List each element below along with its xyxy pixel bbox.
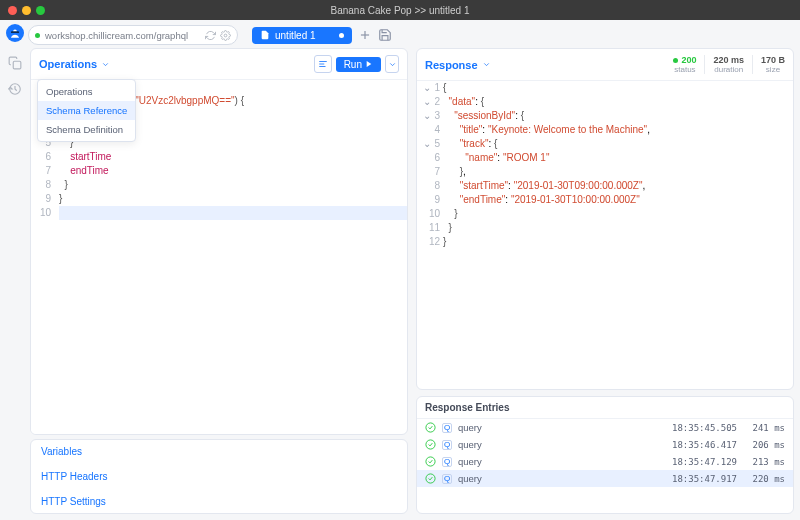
tab-http-headers[interactable]: HTTP Headers: [41, 471, 397, 482]
response-panel: Response 200status220 msduration170 Bsiz…: [416, 48, 794, 390]
endpoint-url: workshop.chillicream.com/graphql: [45, 30, 201, 41]
response-title[interactable]: Response: [425, 59, 491, 71]
tab-http-settings[interactable]: HTTP Settings: [41, 496, 397, 507]
svg-point-12: [426, 440, 435, 449]
dropdown-item-schema-definition[interactable]: Schema Definition: [38, 120, 135, 139]
operations-dropdown: Operations Schema Reference Schema Defin…: [37, 79, 136, 142]
window-titlebar: Banana Cake Pop >> untitled 1: [0, 0, 800, 20]
copy-icon[interactable]: [8, 56, 22, 70]
tab-modified-dot: [339, 33, 344, 38]
document-icon: [260, 30, 270, 40]
connection-status-dot: [35, 33, 40, 38]
response-entries-title: Response Entries: [417, 397, 793, 419]
left-sidebar: [0, 48, 30, 96]
response-entry-row[interactable]: Qquery18:35:47.129213 ms: [417, 453, 793, 470]
add-tab-button[interactable]: [358, 28, 372, 42]
window-title: Banana Cake Pop >> untitled 1: [0, 5, 800, 16]
bottom-tabs: Variables HTTP Headers HTTP Settings: [30, 439, 408, 514]
tab-label: untitled 1: [275, 30, 316, 41]
format-button[interactable]: [314, 55, 332, 73]
operations-panel: Operations Run Operatio: [30, 48, 408, 435]
tab-variables[interactable]: Variables: [41, 446, 397, 457]
svg-point-13: [426, 457, 435, 466]
response-entry-row[interactable]: Qquery18:35:47.917220 ms: [417, 470, 793, 487]
run-options-button[interactable]: [385, 55, 399, 73]
response-entries-panel: Response Entries Qquery18:35:45.505241 m…: [416, 396, 794, 514]
history-icon[interactable]: [8, 82, 22, 96]
svg-point-14: [426, 474, 435, 483]
endpoint-url-box[interactable]: workshop.chillicream.com/graphql: [28, 25, 238, 45]
svg-rect-6: [13, 61, 21, 69]
refresh-icon[interactable]: [205, 30, 216, 41]
chevron-down-icon: [101, 60, 110, 69]
operations-title[interactable]: Operations: [39, 58, 110, 70]
run-button[interactable]: Run: [336, 57, 381, 72]
svg-rect-2: [11, 31, 19, 33]
response-body[interactable]: ⌄1⌄2⌄34⌄56789101112 { "data": { "session…: [417, 81, 793, 389]
response-entry-row[interactable]: Qquery18:35:46.417206 ms: [417, 436, 793, 453]
document-tab-active[interactable]: untitled 1: [252, 27, 352, 44]
app-logo: [6, 24, 24, 42]
dropdown-item-schema-reference[interactable]: Schema Reference: [38, 101, 135, 120]
chevron-down-icon: [482, 60, 491, 69]
svg-point-3: [224, 34, 227, 37]
svg-point-11: [426, 423, 435, 432]
top-bar: workshop.chillicream.com/graphql untitle…: [0, 20, 800, 50]
response-entry-row[interactable]: Qquery18:35:45.505241 ms: [417, 419, 793, 436]
save-icon[interactable]: [378, 28, 392, 42]
dropdown-item-operations[interactable]: Operations: [38, 82, 135, 101]
gear-icon[interactable]: [220, 30, 231, 41]
svg-marker-10: [367, 61, 372, 67]
